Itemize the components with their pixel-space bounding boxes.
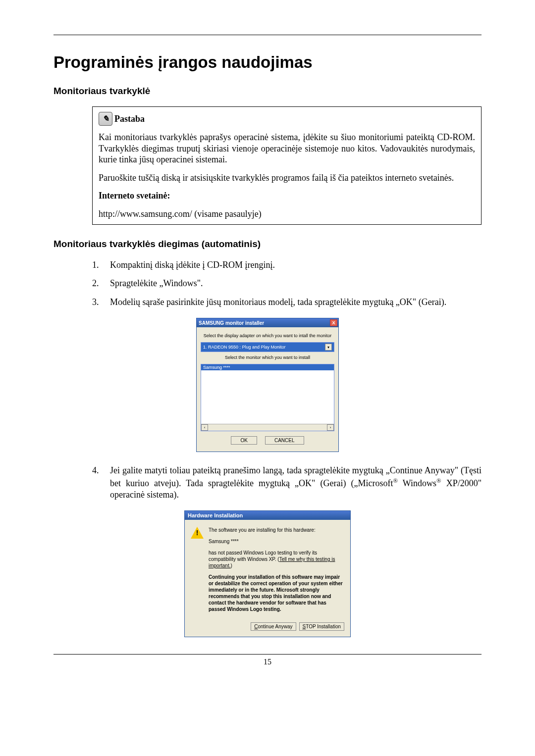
horizontal-scrollbar[interactable]: ‹ ›: [201, 424, 334, 431]
list-item: 2. Spragtelėkite „Windows".: [92, 278, 482, 289]
chevron-down-icon[interactable]: ▾: [325, 344, 332, 351]
hwdlg-text: has not passed Windows Logo testing to v…: [209, 550, 344, 569]
step-text: Jei galite matyti toliau pateiktą praneš…: [110, 465, 482, 501]
warning-icon: !: [191, 527, 204, 540]
list-item: 3. Modelių sąraše pasirinkite jūsų monit…: [92, 297, 482, 308]
step-text: Modelių sąraše pasirinkite jūsų monitori…: [110, 297, 482, 308]
note-internet-label: Interneto svetainė:: [99, 190, 475, 202]
step-number: 1.: [92, 259, 110, 271]
scroll-left-icon[interactable]: ‹: [201, 424, 208, 431]
page-number: 15: [54, 657, 482, 666]
page-title: Programinės įrangos naudojimas: [54, 53, 482, 72]
section-heading-driver: Monitoriaus tvarkyklė: [54, 86, 482, 97]
step-number: 4.: [92, 465, 110, 501]
cancel-button[interactable]: CANCEL: [265, 436, 304, 445]
step-text: Kompaktinį diską įdėkite į CD-ROM įrengi…: [110, 259, 482, 271]
monitor-list[interactable]: Samsung **** ‹ ›: [201, 364, 334, 431]
scroll-right-icon[interactable]: ›: [327, 424, 334, 431]
list-item: 4. Jei galite matyti toliau pateiktą pra…: [92, 465, 482, 501]
step-number: 2.: [92, 278, 110, 289]
hwdlg-titlebar: Hardware Installation: [185, 511, 350, 520]
ok-button[interactable]: OK: [231, 436, 257, 445]
note-paragraph: Kai monitoriaus tvarkyklės paprašys oper…: [99, 132, 475, 165]
steps-list: 4. Jei galite matyti toliau pateiktą pra…: [92, 465, 482, 501]
top-rule: [54, 35, 482, 35]
monitor-list-selected[interactable]: Samsung ****: [201, 364, 334, 370]
list-item: 1. Kompaktinį diską įdėkite į CD-ROM įre…: [92, 259, 482, 271]
step-number: 3.: [92, 297, 110, 308]
hardware-installation-dialog: Hardware Installation ! The software you…: [184, 510, 351, 637]
hwdlg-warning: Continuing your installation of this sof…: [209, 574, 344, 612]
close-icon[interactable]: X: [330, 319, 337, 326]
note-paragraph: Paruoškite tuščią diską ir atsisiųskite …: [99, 172, 475, 184]
hwdlg-device: Samsung ****: [209, 538, 344, 545]
hwdlg-text: The software you are installing for this…: [209, 527, 344, 533]
installer-label-adapter: Select the display adapter on which you …: [201, 333, 334, 338]
note-icon: ✎: [99, 112, 112, 126]
note-url: http://www.samsung.com/ (visame pasaulyj…: [99, 208, 475, 220]
bottom-rule: [54, 654, 482, 655]
step-text: Spragtelėkite „Windows".: [110, 278, 482, 289]
dropdown-value: 1. RADEON 9550 : Plug and Play Monitor: [203, 345, 286, 350]
adapter-dropdown[interactable]: 1. RADEON 9550 : Plug and Play Monitor ▾: [201, 342, 334, 352]
installer-titlebar: SAMSUNG monitor installer X: [197, 318, 338, 327]
note-box: ✎ Pastaba Kai monitoriaus tvarkyklės pap…: [92, 106, 482, 225]
steps-list: 1. Kompaktinį diską įdėkite į CD-ROM įre…: [92, 259, 482, 308]
installer-label-monitor: Select the monitor which you want to ins…: [201, 355, 334, 360]
installer-title: SAMSUNG monitor installer: [199, 320, 264, 326]
section-heading-install: Monitoriaus tvarkyklės diegimas (automat…: [54, 239, 482, 250]
installer-dialog: SAMSUNG monitor installer X Select the d…: [196, 318, 339, 452]
stop-installation-button[interactable]: STOP Installation: [299, 622, 344, 631]
note-title: Pastaba: [114, 113, 145, 125]
continue-anyway-button[interactable]: Continue Anyway: [251, 622, 296, 631]
